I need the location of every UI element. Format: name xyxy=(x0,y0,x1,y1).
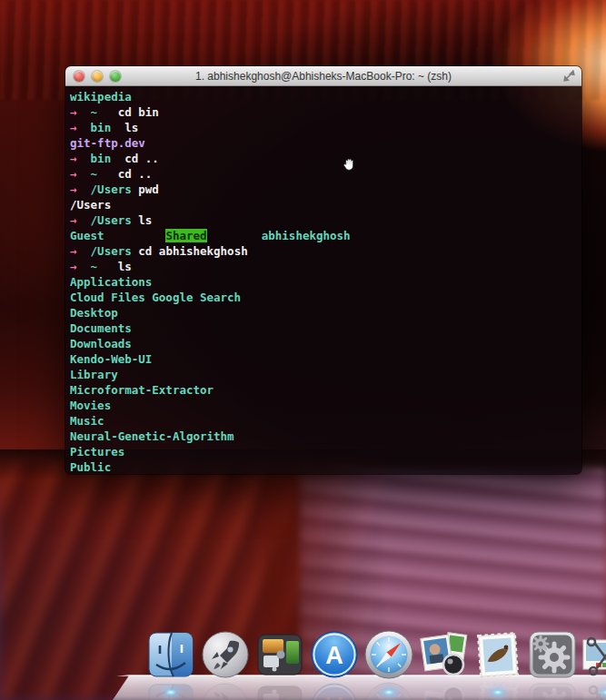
dock-item-mission-control[interactable] xyxy=(254,629,305,680)
terminal-text-segment: /Users xyxy=(70,198,111,212)
terminal-text-segment xyxy=(77,105,91,119)
grab-icon xyxy=(581,629,606,680)
terminal-line: Kendo-Web-UI xyxy=(70,351,581,367)
mail-icon xyxy=(472,629,523,680)
terminal-text-segment xyxy=(77,182,91,196)
svg-text:A: A xyxy=(325,692,343,700)
terminal-line: → /Users ls xyxy=(70,212,581,228)
terminal-text-segment xyxy=(77,213,91,227)
terminal-line: → ~ cd bin xyxy=(70,104,581,120)
terminal-text-segment: Cloud Files Google Search xyxy=(70,291,241,304)
terminal-line: Guest Shared abhishekghosh xyxy=(70,228,581,243)
terminal-text-segment xyxy=(207,229,262,242)
terminal-text-segment: wikipedia xyxy=(70,90,132,104)
dock-item-mail[interactable] xyxy=(472,629,523,680)
terminal-text-segment: ls xyxy=(138,213,152,227)
photo-booth-icon xyxy=(418,629,469,680)
resize-icon[interactable] xyxy=(563,70,575,82)
terminal-text-segment: ~ xyxy=(91,105,98,119)
terminal-line: Desktop xyxy=(70,305,581,320)
terminal-text-segment xyxy=(77,244,91,258)
dock-item-photo-booth[interactable] xyxy=(418,629,469,680)
app-store-icon: A xyxy=(309,629,360,680)
terminal-line: Downloads xyxy=(70,336,581,351)
terminal-text-segment xyxy=(77,260,91,273)
terminal-text-segment: /Users xyxy=(91,244,132,258)
terminal-line: Cloud Files Google Search xyxy=(70,290,581,305)
terminal-line: Neural-Genetic-Algorithm xyxy=(70,429,581,444)
terminal-text-segment: Neural-Genetic-Algorithm xyxy=(70,429,234,443)
terminal-text-segment: → xyxy=(70,152,77,165)
mission-control-icon xyxy=(254,629,305,680)
launchpad-icon xyxy=(200,629,251,680)
dock-item-safari[interactable] xyxy=(363,629,414,680)
terminal-text-segment xyxy=(97,167,118,181)
terminal-text-segment xyxy=(111,121,124,134)
zoom-button[interactable] xyxy=(110,71,121,82)
dock-item-grab[interactable] xyxy=(581,629,606,680)
hand-cursor-icon xyxy=(342,156,357,173)
terminal-text-segment: cd .. xyxy=(124,152,159,165)
terminal-text-segment: bin xyxy=(91,121,112,134)
terminal-text-segment: Shared xyxy=(165,229,206,242)
dock-item-launchpad[interactable] xyxy=(200,629,251,680)
dock-icons: A A xyxy=(145,629,606,680)
dock-item-system-preferences[interactable] xyxy=(527,629,578,680)
terminal-text-segment: ls xyxy=(118,260,132,273)
terminal-line: → bin cd .. xyxy=(70,151,581,166)
terminal-text-segment: abhishekghosh xyxy=(262,229,351,242)
terminal-text-segment: Kendo-Web-UI xyxy=(70,352,152,366)
terminal-text-segment: Desktop xyxy=(70,306,118,320)
terminal-line: wikipedia xyxy=(70,89,581,104)
terminal-text-segment: bin xyxy=(91,152,112,165)
terminal-text-segment: → xyxy=(70,244,77,258)
terminal-text-segment: Applications xyxy=(70,275,152,289)
dock: A A xyxy=(0,624,606,700)
terminal-line: Documents xyxy=(70,320,581,336)
terminal-line: → ~ ls xyxy=(70,259,581,274)
terminal-text-segment: ls xyxy=(124,121,138,134)
terminal-text-segment: ~ xyxy=(91,167,98,181)
terminal-text-segment: cd bin xyxy=(118,105,159,119)
terminal-text-segment: Library xyxy=(70,368,118,381)
dock-item-app-store[interactable]: A A xyxy=(309,629,360,680)
window-controls xyxy=(65,71,121,82)
terminal-line: Microformat-Extractor xyxy=(70,382,581,398)
terminal-text-segment xyxy=(77,121,91,134)
terminal-line: Pictures xyxy=(70,444,581,459)
minimize-button[interactable] xyxy=(92,71,103,82)
terminal-window: 1. abhishekghosh@Abhisheks-MacBook-Pro: … xyxy=(65,66,581,474)
svg-text:A: A xyxy=(325,642,343,669)
terminal-line: Movies xyxy=(70,398,581,413)
terminal-text-segment: → xyxy=(70,182,77,196)
close-button[interactable] xyxy=(74,71,84,82)
window-title: 1. abhishekghosh@Abhisheks-MacBook-Pro: … xyxy=(65,70,581,83)
terminal-titlebar[interactable]: 1. abhishekghosh@Abhisheks-MacBook-Pro: … xyxy=(65,66,581,86)
running-indicator xyxy=(492,689,504,695)
terminal-text-segment xyxy=(104,229,166,242)
terminal-text-segment: Guest xyxy=(70,229,104,242)
terminal-line: → /Users cd abhishekghosh xyxy=(70,243,581,259)
terminal-line: /Users xyxy=(70,197,581,212)
terminal-text-segment: git-ftp.dev xyxy=(70,136,145,150)
dock-icon-reflection xyxy=(254,681,305,700)
terminal-text-segment: Pictures xyxy=(70,445,124,458)
terminal-text-segment xyxy=(97,260,118,273)
terminal-text-segment: → xyxy=(70,105,77,119)
terminal-line: Music xyxy=(70,413,581,429)
dock-icon-reflection xyxy=(418,681,469,700)
terminal-line: Applications xyxy=(70,274,581,290)
running-indicator xyxy=(165,689,177,695)
system-preferences-icon xyxy=(527,629,578,680)
terminal-text-segment xyxy=(97,105,118,119)
terminal-text-segment: Music xyxy=(70,414,104,428)
terminal-line: → ~ cd .. xyxy=(70,166,581,182)
dock-item-finder[interactable] xyxy=(145,629,196,680)
terminal-line: → /Users pwd xyxy=(70,182,581,197)
terminal-text-segment xyxy=(77,152,91,165)
terminal-output[interactable]: wikipedia→ ~ cd bin→ bin lsgit-ftp.dev→ … xyxy=(65,86,581,474)
desktop: 1. abhishekghosh@Abhisheks-MacBook-Pro: … xyxy=(0,0,606,700)
terminal-text-segment: /Users xyxy=(91,182,132,196)
terminal-line: Library xyxy=(70,367,581,382)
running-indicator xyxy=(383,689,395,695)
